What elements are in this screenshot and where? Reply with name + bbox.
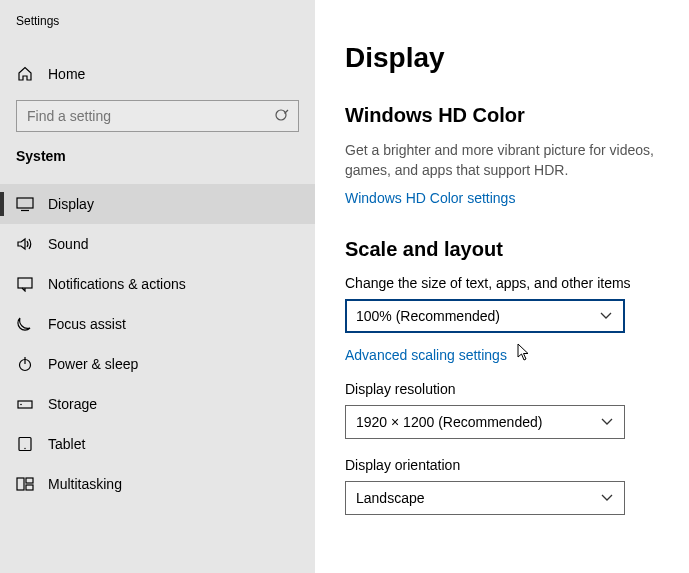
text-size-dropdown[interactable]: 100% (Recommended) (345, 299, 625, 333)
svg-rect-2 (17, 198, 33, 208)
power-icon (16, 356, 34, 372)
search-wrap (0, 90, 315, 148)
hd-color-link[interactable]: Windows HD Color settings (345, 190, 515, 206)
resolution-label: Display resolution (345, 381, 687, 397)
sidebar-item-notifications[interactable]: Notifications & actions (0, 264, 315, 304)
home-button[interactable]: Home (0, 58, 315, 90)
hd-color-title: Windows HD Color (345, 104, 687, 127)
focus-assist-icon (16, 316, 34, 332)
chevron-down-icon (599, 311, 613, 321)
svg-rect-11 (17, 478, 24, 490)
svg-point-8 (20, 404, 22, 406)
hd-color-desc: Get a brighter and more vibrant picture … (345, 141, 687, 180)
text-size-value: 100% (Recommended) (356, 308, 500, 324)
svg-point-10 (24, 448, 25, 449)
settings-window: Settings Home System Display (0, 0, 689, 573)
sidebar-item-display[interactable]: Display (0, 184, 315, 224)
sidebar-item-power-sleep[interactable]: Power & sleep (0, 344, 315, 384)
scale-layout-title: Scale and layout (345, 238, 687, 261)
storage-icon (16, 396, 34, 412)
resolution-dropdown[interactable]: 1920 × 1200 (Recommended) (345, 405, 625, 439)
svg-rect-4 (18, 278, 32, 288)
nav-label: Storage (48, 396, 97, 412)
window-title: Settings (0, 14, 315, 28)
sidebar-item-sound[interactable]: Sound (0, 224, 315, 264)
svg-rect-13 (26, 485, 33, 490)
svg-rect-12 (26, 478, 33, 483)
sidebar: Settings Home System Display (0, 0, 315, 573)
sidebar-item-tablet[interactable]: Tablet (0, 424, 315, 464)
chevron-down-icon (600, 417, 614, 427)
text-size-label: Change the size of text, apps, and other… (345, 275, 687, 291)
nav-label: Sound (48, 236, 88, 252)
resolution-value: 1920 × 1200 (Recommended) (356, 414, 542, 430)
nav-label: Multitasking (48, 476, 122, 492)
nav-label: Display (48, 196, 94, 212)
notifications-icon (16, 276, 34, 292)
nav-label: Notifications & actions (48, 276, 186, 292)
nav-label: Power & sleep (48, 356, 138, 372)
search-input[interactable] (17, 101, 298, 131)
advanced-scaling-link[interactable]: Advanced scaling settings (345, 347, 507, 363)
orientation-dropdown[interactable]: Landscape (345, 481, 625, 515)
sidebar-item-multitasking[interactable]: Multitasking (0, 464, 315, 504)
multitasking-icon (16, 476, 34, 492)
nav-label: Focus assist (48, 316, 126, 332)
svg-rect-7 (18, 401, 32, 408)
home-label: Home (48, 66, 85, 82)
section-label: System (0, 148, 315, 172)
main-pane: Display Windows HD Color Get a brighter … (315, 0, 689, 573)
nav: Display Sound Notifications & actions Fo… (0, 172, 315, 504)
orientation-value: Landscape (356, 490, 425, 506)
sound-icon (16, 236, 34, 252)
nav-label: Tablet (48, 436, 85, 452)
orientation-label: Display orientation (345, 457, 687, 473)
home-icon (16, 66, 34, 82)
chevron-down-icon (600, 493, 614, 503)
display-icon (16, 196, 34, 212)
sidebar-item-storage[interactable]: Storage (0, 384, 315, 424)
search-box[interactable] (16, 100, 299, 132)
page-title: Display (345, 42, 687, 74)
tablet-icon (16, 436, 34, 452)
sidebar-item-focus-assist[interactable]: Focus assist (0, 304, 315, 344)
